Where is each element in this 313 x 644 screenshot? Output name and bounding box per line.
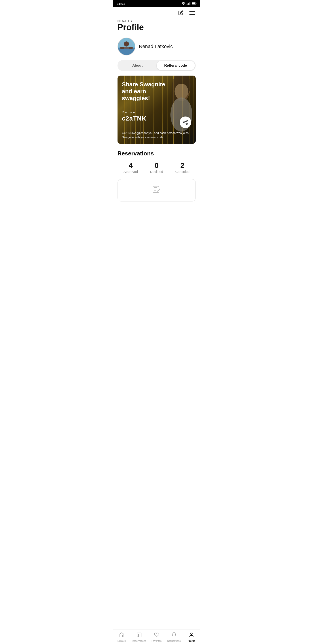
top-action-bar [113, 7, 200, 18]
svg-rect-1 [187, 3, 188, 5]
svg-rect-19 [119, 42, 121, 47]
svg-rect-32 [153, 186, 159, 192]
referral-code-label: Your code [122, 111, 191, 114]
tab-referral-code[interactable]: Refferal code [157, 61, 195, 70]
tab-switcher: About Refferal code [117, 60, 196, 71]
svg-line-31 [185, 121, 186, 122]
svg-point-18 [128, 47, 133, 49]
svg-rect-0 [187, 4, 187, 5]
profile-row: Nenad Latkovic [113, 36, 200, 60]
svg-rect-21 [130, 42, 132, 47]
referral-headline: Share Swagnite and earn swaggies! [122, 81, 167, 102]
tab-about[interactable]: About [118, 61, 157, 70]
svg-point-17 [120, 47, 124, 49]
stat-label: Canceled [175, 170, 189, 174]
svg-rect-2 [188, 3, 189, 5]
svg-rect-7 [196, 3, 196, 4]
reservation-card-stub [117, 179, 196, 202]
edit-reservation-icon [152, 185, 161, 196]
referral-footer: Get 10 swaggies for you and each person … [122, 131, 191, 139]
svg-rect-6 [192, 2, 195, 4]
svg-rect-14 [118, 48, 135, 55]
reservations-title: Reservations [117, 150, 196, 157]
reservations-stats: 4 Approved 0 Declined 2 Canceled [117, 162, 196, 174]
battery-icon [192, 2, 197, 5]
stat-item: 2 Canceled [175, 162, 189, 174]
avatar [117, 38, 135, 56]
status-time: 21:01 [117, 2, 125, 6]
stat-item: 0 Declined [150, 162, 163, 174]
profile-name: Nenad Latkovic [139, 44, 173, 50]
referral-banner: Share Swagnite and earn swaggies! Your c… [117, 76, 196, 144]
share-button[interactable] [180, 116, 191, 128]
edit-button[interactable] [177, 10, 184, 18]
svg-rect-3 [189, 2, 190, 5]
page-header: NENAD'S Profile [113, 18, 200, 36]
svg-rect-4 [190, 2, 190, 5]
menu-button[interactable] [189, 10, 196, 17]
signal-icon [187, 2, 191, 6]
reservations-section: Reservations 4 Approved 0 Declined 2 Can… [113, 150, 200, 208]
svg-rect-20 [122, 41, 124, 47]
referral-content: Share Swagnite and earn swaggies! Your c… [117, 76, 196, 144]
header-subtitle: NENAD'S [117, 19, 196, 23]
status-bar: 21:01 [113, 0, 200, 7]
stat-label: Approved [124, 170, 138, 174]
svg-point-15 [124, 41, 129, 46]
svg-line-30 [185, 122, 186, 124]
stat-label: Declined [150, 170, 163, 174]
stat-number: 2 [175, 162, 189, 170]
wifi-icon [181, 2, 185, 6]
stat-item: 4 Approved [124, 162, 138, 174]
stat-number: 4 [124, 162, 138, 170]
status-icons [181, 2, 197, 6]
page-title: Profile [117, 23, 196, 32]
stat-number: 0 [150, 162, 163, 170]
